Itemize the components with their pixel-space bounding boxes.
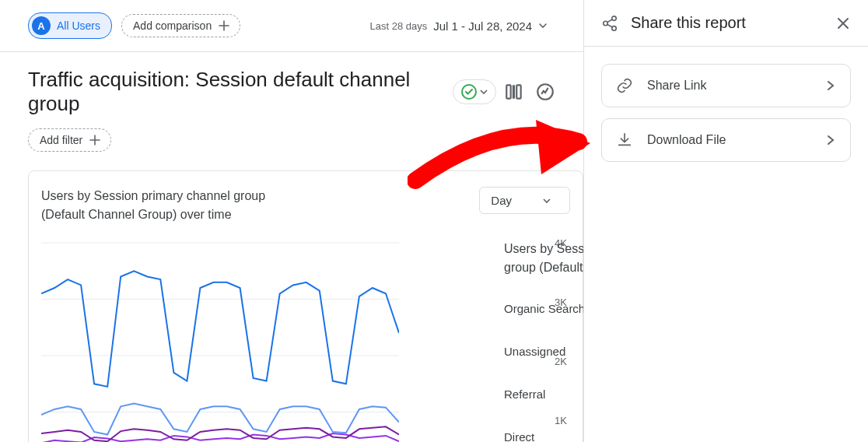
page-title: Traffic acquisition: Session default cha… [28, 68, 445, 116]
date-picker[interactable]: Last 28 days Jul 1 - Jul 28, 2024 [370, 19, 548, 33]
caret-down-icon [543, 197, 551, 205]
insights-icon[interactable] [535, 82, 555, 102]
download-file-button[interactable]: Download File [601, 118, 851, 162]
all-users-label: All Users [57, 19, 100, 32]
add-filter-button[interactable]: Add filter [28, 128, 111, 152]
add-comparison-label: Add comparison [133, 19, 212, 32]
date-range-value: Jul 1 - Jul 28, 2024 [433, 19, 532, 33]
link-icon [616, 77, 633, 94]
plus-icon [89, 134, 101, 146]
svg-rect-1 [513, 85, 515, 98]
svg-point-10 [612, 26, 617, 30]
granularity-value: Day [491, 194, 512, 207]
chart-card: Users by Session primary channel group (… [28, 170, 583, 442]
share-panel-title: Share this report [631, 14, 746, 32]
granularity-dropdown[interactable]: Day [479, 187, 570, 214]
svg-rect-2 [516, 85, 520, 98]
caret-down-icon [480, 88, 488, 96]
share-link-label: Share Link [647, 79, 707, 93]
close-icon[interactable] [835, 16, 851, 31]
svg-point-9 [604, 21, 608, 26]
share-panel: Share this report Share Link Download Fi… [583, 0, 868, 442]
status-check-dropdown[interactable] [453, 79, 496, 104]
share-link-button[interactable]: Share Link [601, 64, 851, 107]
svg-point-8 [612, 16, 617, 20]
date-range-muted: Last 28 days [370, 20, 428, 32]
download-icon [616, 132, 633, 149]
chevron-right-icon [825, 80, 836, 91]
line-chart [41, 235, 399, 442]
plus-icon [218, 19, 230, 32]
chart-title: Users by Session primary channel group (… [41, 187, 265, 224]
share-icon [601, 15, 618, 32]
caret-down-icon [538, 21, 548, 30]
download-file-label: Download File [647, 133, 726, 147]
customize-columns-icon[interactable] [504, 82, 524, 102]
all-users-circle: A [32, 16, 51, 35]
check-icon [461, 84, 477, 100]
add-comparison-button[interactable]: Add comparison [121, 14, 240, 37]
all-users-chip[interactable]: A All Users [28, 12, 112, 39]
chevron-right-icon [825, 135, 836, 146]
svg-rect-0 [506, 85, 510, 98]
add-filter-label: Add filter [40, 134, 82, 146]
